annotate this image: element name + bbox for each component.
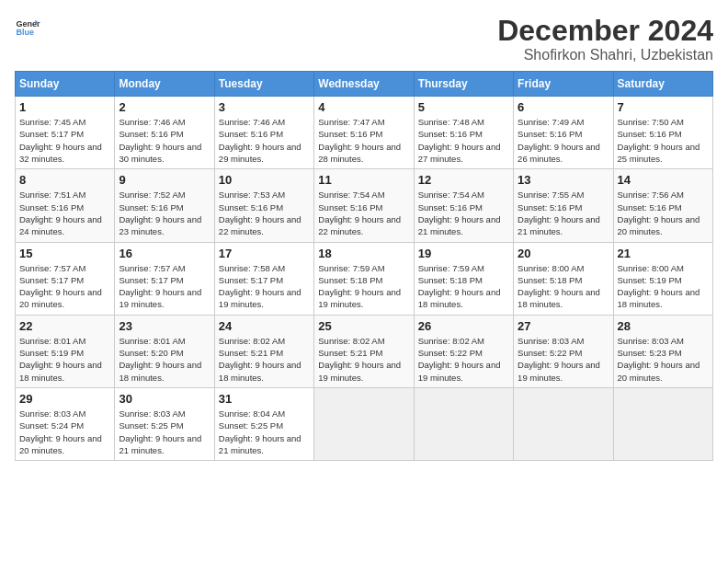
day-info: Sunrise: 8:01 AM Sunset: 5:19 PM Dayligh… (19, 335, 110, 384)
day-info: Sunrise: 8:04 AM Sunset: 5:25 PM Dayligh… (219, 408, 310, 456)
day-number: 5 (418, 100, 509, 114)
logo: General Blue (15, 15, 40, 40)
main-title: December 2024 (497, 15, 713, 47)
day-info: Sunrise: 7:52 AM Sunset: 5:16 PM Dayligh… (119, 189, 210, 237)
calendar-cell: 19 Sunrise: 7:59 AM Sunset: 5:18 PM Dayl… (414, 242, 513, 315)
day-info: Sunrise: 7:46 AM Sunset: 5:16 PM Dayligh… (119, 116, 210, 165)
day-number: 12 (418, 173, 509, 187)
title-area: December 2024 Shofirkon Shahri, Uzbekist… (497, 15, 713, 63)
calendar-cell: 29 Sunrise: 8:03 AM Sunset: 5:24 PM Dayl… (16, 387, 115, 460)
col-sunday: Sunday (16, 72, 115, 97)
day-number: 9 (119, 173, 210, 187)
calendar-cell: 16 Sunrise: 7:57 AM Sunset: 5:17 PM Dayl… (115, 242, 214, 315)
calendar-cell: 6 Sunrise: 7:49 AM Sunset: 5:16 PM Dayli… (514, 97, 613, 169)
day-info: Sunrise: 7:55 AM Sunset: 5:16 PM Dayligh… (518, 189, 609, 237)
day-number: 20 (518, 247, 609, 260)
day-number: 1 (19, 100, 110, 114)
day-info: Sunrise: 7:48 AM Sunset: 5:16 PM Dayligh… (418, 116, 509, 165)
col-monday: Monday (115, 72, 214, 97)
calendar-week-2: 8 Sunrise: 7:51 AM Sunset: 5:16 PM Dayli… (16, 169, 713, 242)
day-number: 14 (618, 173, 709, 187)
col-friday: Friday (514, 72, 613, 97)
day-number: 16 (119, 247, 210, 260)
calendar-cell: 9 Sunrise: 7:52 AM Sunset: 5:16 PM Dayli… (115, 169, 214, 242)
calendar-cell (414, 387, 513, 460)
day-info: Sunrise: 8:03 AM Sunset: 5:24 PM Dayligh… (19, 408, 110, 456)
subtitle: Shofirkon Shahri, Uzbekistan (497, 47, 713, 63)
day-info: Sunrise: 8:00 AM Sunset: 5:18 PM Dayligh… (518, 262, 609, 311)
day-number: 7 (618, 100, 709, 114)
day-number: 18 (318, 247, 409, 260)
calendar-week-5: 29 Sunrise: 8:03 AM Sunset: 5:24 PM Dayl… (16, 387, 713, 460)
day-number: 15 (19, 247, 110, 260)
day-number: 11 (318, 173, 409, 187)
day-number: 24 (219, 319, 310, 333)
day-info: Sunrise: 7:49 AM Sunset: 5:16 PM Dayligh… (518, 116, 609, 165)
calendar-cell: 31 Sunrise: 8:04 AM Sunset: 5:25 PM Dayl… (214, 387, 313, 460)
calendar-cell (514, 387, 613, 460)
calendar-cell: 17 Sunrise: 7:58 AM Sunset: 5:17 PM Dayl… (214, 242, 313, 315)
calendar-week-4: 22 Sunrise: 8:01 AM Sunset: 5:19 PM Dayl… (16, 315, 713, 387)
day-info: Sunrise: 8:03 AM Sunset: 5:25 PM Dayligh… (119, 408, 210, 456)
calendar-body: 1 Sunrise: 7:45 AM Sunset: 5:17 PM Dayli… (16, 97, 713, 461)
calendar-cell: 10 Sunrise: 7:53 AM Sunset: 5:16 PM Dayl… (214, 169, 313, 242)
day-number: 30 (119, 392, 210, 406)
day-number: 4 (318, 100, 409, 114)
calendar-cell: 23 Sunrise: 8:01 AM Sunset: 5:20 PM Dayl… (115, 315, 214, 387)
calendar-cell: 18 Sunrise: 7:59 AM Sunset: 5:18 PM Dayl… (314, 242, 414, 315)
day-number: 17 (219, 247, 310, 260)
day-number: 2 (119, 100, 210, 114)
day-number: 25 (318, 319, 409, 333)
calendar-cell: 14 Sunrise: 7:56 AM Sunset: 5:16 PM Dayl… (613, 169, 712, 242)
calendar-cell: 8 Sunrise: 7:51 AM Sunset: 5:16 PM Dayli… (16, 169, 115, 242)
day-info: Sunrise: 7:54 AM Sunset: 5:16 PM Dayligh… (418, 189, 509, 237)
day-info: Sunrise: 8:03 AM Sunset: 5:23 PM Dayligh… (618, 335, 709, 384)
day-number: 8 (19, 173, 110, 187)
day-number: 6 (518, 100, 609, 114)
calendar-cell: 28 Sunrise: 8:03 AM Sunset: 5:23 PM Dayl… (613, 315, 712, 387)
day-info: Sunrise: 7:57 AM Sunset: 5:17 PM Dayligh… (119, 262, 210, 311)
day-info: Sunrise: 8:03 AM Sunset: 5:22 PM Dayligh… (518, 335, 609, 384)
page-header: General Blue December 2024 Shofirkon Sha… (15, 15, 713, 63)
calendar-cell: 5 Sunrise: 7:48 AM Sunset: 5:16 PM Dayli… (414, 97, 513, 169)
calendar-cell: 13 Sunrise: 7:55 AM Sunset: 5:16 PM Dayl… (514, 169, 613, 242)
calendar-cell: 20 Sunrise: 8:00 AM Sunset: 5:18 PM Dayl… (514, 242, 613, 315)
day-info: Sunrise: 8:02 AM Sunset: 5:21 PM Dayligh… (318, 335, 409, 384)
calendar-cell: 26 Sunrise: 8:02 AM Sunset: 5:22 PM Dayl… (414, 315, 513, 387)
col-thursday: Thursday (414, 72, 513, 97)
calendar-cell (314, 387, 414, 460)
calendar-cell: 24 Sunrise: 8:02 AM Sunset: 5:21 PM Dayl… (214, 315, 313, 387)
day-number: 19 (418, 247, 509, 260)
day-number: 22 (19, 319, 110, 333)
calendar-cell: 21 Sunrise: 8:00 AM Sunset: 5:19 PM Dayl… (613, 242, 712, 315)
calendar-week-1: 1 Sunrise: 7:45 AM Sunset: 5:17 PM Dayli… (16, 97, 713, 169)
day-info: Sunrise: 7:54 AM Sunset: 5:16 PM Dayligh… (318, 189, 409, 237)
day-info: Sunrise: 7:47 AM Sunset: 5:16 PM Dayligh… (318, 116, 409, 165)
day-number: 23 (119, 319, 210, 333)
calendar-cell: 22 Sunrise: 8:01 AM Sunset: 5:19 PM Dayl… (16, 315, 115, 387)
day-number: 27 (518, 319, 609, 333)
calendar-cell: 7 Sunrise: 7:50 AM Sunset: 5:16 PM Dayli… (613, 97, 712, 169)
day-info: Sunrise: 8:02 AM Sunset: 5:21 PM Dayligh… (219, 335, 310, 384)
day-info: Sunrise: 8:00 AM Sunset: 5:19 PM Dayligh… (618, 262, 709, 311)
day-info: Sunrise: 7:53 AM Sunset: 5:16 PM Dayligh… (219, 189, 310, 237)
col-saturday: Saturday (613, 72, 712, 97)
logo-icon: General Blue (15, 15, 40, 40)
day-number: 29 (19, 392, 110, 406)
svg-text:Blue: Blue (16, 28, 34, 37)
calendar-cell: 15 Sunrise: 7:57 AM Sunset: 5:17 PM Dayl… (16, 242, 115, 315)
calendar-table: Sunday Monday Tuesday Wednesday Thursday… (15, 71, 713, 461)
calendar-cell: 2 Sunrise: 7:46 AM Sunset: 5:16 PM Dayli… (115, 97, 214, 169)
day-info: Sunrise: 8:02 AM Sunset: 5:22 PM Dayligh… (418, 335, 509, 384)
calendar-cell: 27 Sunrise: 8:03 AM Sunset: 5:22 PM Dayl… (514, 315, 613, 387)
day-number: 3 (219, 100, 310, 114)
calendar-cell: 25 Sunrise: 8:02 AM Sunset: 5:21 PM Dayl… (314, 315, 414, 387)
day-info: Sunrise: 7:50 AM Sunset: 5:16 PM Dayligh… (618, 116, 709, 165)
day-number: 31 (219, 392, 310, 406)
calendar-cell: 3 Sunrise: 7:46 AM Sunset: 5:16 PM Dayli… (214, 97, 313, 169)
calendar-cell (613, 387, 712, 460)
day-info: Sunrise: 7:56 AM Sunset: 5:16 PM Dayligh… (618, 189, 709, 237)
day-info: Sunrise: 7:51 AM Sunset: 5:16 PM Dayligh… (19, 189, 110, 237)
calendar-cell: 12 Sunrise: 7:54 AM Sunset: 5:16 PM Dayl… (414, 169, 513, 242)
day-number: 13 (518, 173, 609, 187)
